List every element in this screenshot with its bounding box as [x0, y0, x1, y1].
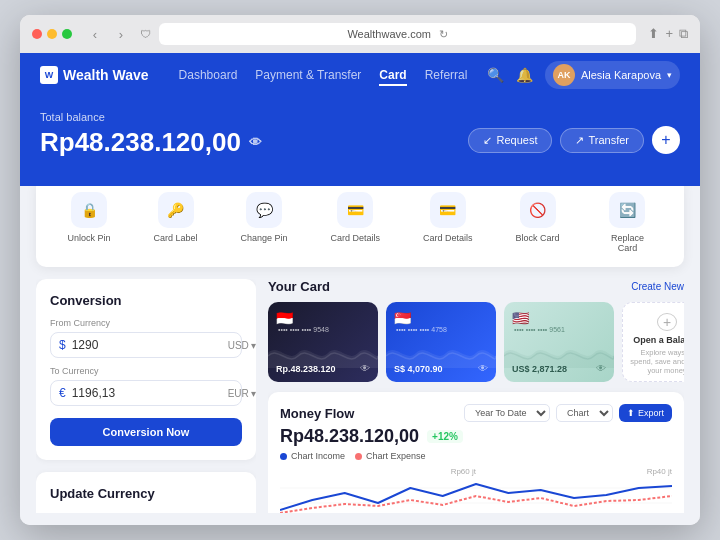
- card-1-eye-icon[interactable]: 👁: [360, 363, 370, 374]
- eye-icon[interactable]: 👁: [249, 135, 262, 150]
- quick-actions-bar: 🔒 Unlock Pin 🔑 Card Label 💬 Change Pin 💳…: [36, 186, 684, 267]
- nav-payment-transfer[interactable]: Payment & Transfer: [255, 64, 361, 86]
- bell-icon[interactable]: 🔔: [516, 67, 533, 83]
- qa-unlock-pin[interactable]: 🔒 Unlock Pin: [67, 192, 110, 253]
- upload-icon: ⬆: [627, 408, 635, 418]
- qa-change-pin[interactable]: 💬 Change Pin: [240, 192, 287, 253]
- nav-card[interactable]: Card: [379, 64, 406, 86]
- qa-card-details-2[interactable]: 💳 Card Details: [423, 192, 473, 253]
- chart-label-1: Rp40 jt: [476, 467, 672, 476]
- qa-card-details-1[interactable]: 💳 Card Details: [331, 192, 381, 253]
- create-new-link[interactable]: Create New: [631, 281, 684, 292]
- new-tab-icon[interactable]: +: [665, 26, 673, 42]
- card-1-balance: Rp.48.238.120: [276, 364, 336, 374]
- request-button[interactable]: ↙ Request: [468, 128, 552, 153]
- open-balance-card[interactable]: + Open a Balance Explore ways to spend, …: [622, 302, 684, 382]
- your-card-header: Your Card Create New: [268, 279, 684, 294]
- qa-label-5: Block Card: [516, 233, 560, 243]
- transfer-button[interactable]: ↗ Transfer: [560, 128, 644, 153]
- maximize-button[interactable]: [62, 29, 72, 39]
- money-flow-legend: Chart Income Chart Expense: [280, 451, 672, 461]
- add-action-button[interactable]: +: [652, 126, 680, 154]
- your-card-section: Your Card Create New 🇮🇩: [268, 279, 684, 382]
- to-currency-symbol: €: [59, 386, 66, 400]
- qa-label-1: Card Label: [153, 233, 197, 243]
- card-2[interactable]: 🇸🇬 •••• •••• •••• 4758 S$ 4,070.90 👁: [386, 302, 496, 382]
- qa-label-4: Card Details: [423, 233, 473, 243]
- money-flow-amount-row: Rp48.238.120,00 +12%: [280, 426, 672, 447]
- currency-code-usd: USD: [80, 512, 170, 513]
- brand-icon: W: [40, 66, 58, 84]
- card-3[interactable]: 🇺🇸 •••• •••• •••• 9561 US$ 2,871.28 👁: [504, 302, 614, 382]
- browser-toolbar: ‹ › 🛡 Wealthwave.com ↻ ⬆ + ⧉: [20, 15, 700, 53]
- card-3-balance: US$ 2,871.28: [512, 364, 567, 374]
- to-currency-label: To Currency: [50, 366, 242, 376]
- close-button[interactable]: [32, 29, 42, 39]
- legend-income: Chart Income: [280, 451, 345, 461]
- card-3-eye-icon[interactable]: 👁: [596, 363, 606, 374]
- card-1[interactable]: 🇮🇩 •••• •••• •••• 9548 Rp.48.238.120 👁: [268, 302, 378, 382]
- search-icon[interactable]: 🔍: [487, 67, 504, 83]
- qa-label-0: Unlock Pin: [67, 233, 110, 243]
- url-text: Wealthwave.com: [347, 28, 431, 40]
- back-button[interactable]: ‹: [84, 23, 106, 45]
- user-menu[interactable]: AK Alesia Karapova ▾: [545, 61, 680, 89]
- balance-label: Total balance: [40, 111, 262, 123]
- card-3-number: •••• •••• •••• 9561: [514, 326, 604, 333]
- browser-nav-arrows: ‹ ›: [84, 23, 132, 45]
- left-column: Conversion From Currency $ USD ▾ To Curr…: [36, 279, 256, 513]
- year-to-date-select[interactable]: Year To Date: [464, 404, 550, 422]
- update-currency-title: Update Currency: [50, 486, 242, 501]
- from-currency-symbol: $: [59, 338, 66, 352]
- money-flow-chart: Rp60 jt Rp40 jt: [280, 467, 672, 513]
- conversion-button[interactable]: Conversion Now: [50, 418, 242, 446]
- money-flow-controls: Year To Date Chart ⬆ Export: [464, 404, 672, 422]
- export-button[interactable]: ⬆ Export: [619, 404, 672, 422]
- minimize-button[interactable]: [47, 29, 57, 39]
- open-balance-desc: Explore ways to spend, save and grow you…: [629, 348, 684, 375]
- qa-replace-card[interactable]: 🔄 Replace Card: [602, 192, 652, 253]
- currency-info-usd: USD USD - US Dollar: [80, 512, 170, 513]
- avatar: AK: [553, 64, 575, 86]
- card-1-number: •••• •••• •••• 9548: [278, 326, 368, 333]
- from-currency-input[interactable]: [72, 338, 222, 352]
- address-bar[interactable]: Wealthwave.com ↻: [159, 23, 636, 45]
- brand-logo: W Wealth Wave: [40, 66, 149, 84]
- chevron-down-icon: ▾: [667, 70, 672, 80]
- forward-button[interactable]: ›: [110, 23, 132, 45]
- to-currency-selector[interactable]: EUR ▾: [228, 388, 256, 399]
- nav-dashboard[interactable]: Dashboard: [179, 64, 238, 86]
- conversion-title: Conversion: [50, 293, 242, 308]
- share-icon[interactable]: ⬆: [648, 26, 659, 42]
- nav-links: Dashboard Payment & Transfer Card Referr…: [179, 64, 487, 86]
- balance-amount: Rp48.238.120,00 👁: [40, 127, 262, 158]
- chevron-icon-from: ▾: [251, 340, 256, 351]
- qa-card-label[interactable]: 🔑 Card Label: [153, 192, 197, 253]
- card-icon-1: 💳: [337, 192, 373, 228]
- card-2-eye-icon[interactable]: 👁: [478, 363, 488, 374]
- chart-svg: [280, 478, 672, 513]
- your-card-title: Your Card: [268, 279, 330, 294]
- balance-value: Rp48.238.120,00: [40, 127, 241, 158]
- app-container: W Wealth Wave Dashboard Payment & Transf…: [20, 53, 700, 525]
- nav-referral[interactable]: Referral: [425, 64, 468, 86]
- browser-action-buttons: ⬆ + ⧉: [648, 26, 688, 42]
- main-content: 🔒 Unlock Pin 🔑 Card Label 💬 Change Pin 💳…: [20, 186, 700, 525]
- block-icon: 🚫: [520, 192, 556, 228]
- chart-type-select[interactable]: Chart: [556, 404, 613, 422]
- income-dot: [280, 453, 287, 460]
- card-3-flag: 🇺🇸: [512, 310, 529, 326]
- chart-label-0: Rp60 jt: [280, 467, 476, 476]
- refresh-icon[interactable]: ↻: [439, 28, 448, 41]
- window-icon[interactable]: ⧉: [679, 26, 688, 42]
- to-currency-input[interactable]: [72, 386, 222, 400]
- currency-list: 🇺🇸 USD USD - US Dollar 16.125,30 IDR 🇪🇺: [50, 511, 242, 513]
- from-currency-selector[interactable]: USD ▾: [228, 340, 256, 351]
- expense-dot: [355, 453, 362, 460]
- open-balance-label: Open a Balance: [633, 335, 684, 345]
- nav-right-section: 🔍 🔔 AK Alesia Karapova ▾: [487, 61, 680, 89]
- legend-expense: Chart Expense: [355, 451, 426, 461]
- qa-block-card[interactable]: 🚫 Block Card: [516, 192, 560, 253]
- hero-actions: ↙ Request ↗ Transfer +: [468, 126, 680, 154]
- browser-window: ‹ › 🛡 Wealthwave.com ↻ ⬆ + ⧉ W Wealth Wa…: [20, 15, 700, 525]
